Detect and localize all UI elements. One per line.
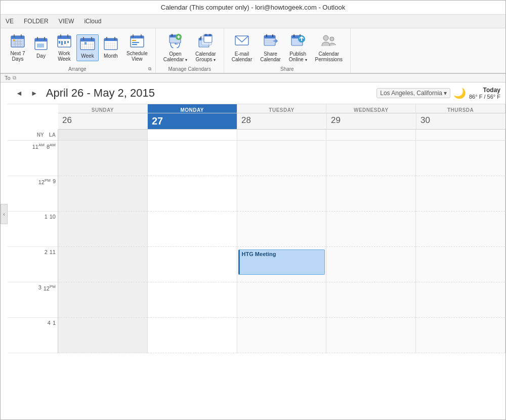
monday-hour-4[interactable] [148,282,237,318]
day-col-thursday[interactable] [416,130,505,353]
day-col-monday[interactable] [148,130,237,353]
monday-hour-3[interactable] [148,247,237,282]
thursday-hour-5[interactable] [416,318,505,353]
ny-label: NY [37,132,44,138]
tuesday-hour-1[interactable] [237,176,326,212]
day-col-sunday[interactable] [58,130,148,353]
monday-hour-1[interactable] [148,176,237,212]
open-calendar-icon [167,34,183,50]
calendar-body: SUNDAY MONDAY TUESDAY WEDNESDAY THURSDA [8,104,505,353]
time-la-11: 11 [50,249,56,255]
scheduleview-button[interactable]: ScheduleView [123,32,151,64]
calendar-permissions-button[interactable]: CalendarPermissions [312,31,346,65]
publish-online-label: PublishOnline ▾ [289,51,307,62]
manage-buttons: OpenCalendar ▾ Calend [160,30,220,65]
tuesday-hour-2[interactable] [237,212,326,247]
menu-item-view[interactable]: VIEW [54,16,79,27]
time-zone-labels: NY LA [8,130,58,141]
day-button[interactable]: Day [30,34,52,61]
sunday-number: 26 [62,115,72,125]
la-label: LA [49,132,56,138]
tuesday-hour-5[interactable] [237,318,326,353]
next-button[interactable]: ► [28,88,41,99]
time-label-400: 4 1 [8,318,58,353]
time-ny-11: 11AM [32,143,45,150]
monday-hour-5[interactable] [148,318,237,353]
menu-item-folder[interactable]: FOLDER [19,16,54,27]
ribbon-group-manage: OpenCalendar ▾ Calend [156,28,224,73]
week-button[interactable]: Week [76,34,99,61]
day-col-tuesday[interactable]: HTG Meeting [237,130,327,353]
wednesday-number: 29 [331,115,341,125]
publish-online-button[interactable]: PublishOnline ▾ [285,31,311,65]
next7days-button[interactable]: Next 7Days [7,32,29,64]
arrange-expand-icon[interactable]: ⧉ [148,66,151,72]
tuesday-number: 28 [241,115,251,125]
location-dropdown[interactable]: Los Angeles, California ▾ [376,88,450,98]
wednesday-hour-4[interactable] [326,282,415,318]
tuesday-hour-4[interactable] [237,282,326,318]
wednesday-hour-1[interactable] [326,176,415,212]
time-ny-3: 3 [38,284,41,290]
workweek-label: WorkWeek [58,51,70,62]
monday-hour-0[interactable] [148,141,237,176]
tuesday-hour-0[interactable] [237,141,326,176]
wednesday-hour-3[interactable] [326,247,415,282]
share-calendar-button[interactable]: ShareCalendar [257,31,284,65]
open-calendar-button[interactable]: OpenCalendar ▾ [160,31,191,65]
date-numbers-row: 26 27 28 29 30 [58,113,505,130]
email-calendar-button[interactable]: E-mailCalendar [228,31,256,65]
day-columns: HTG Meeting [58,130,505,353]
time-ny-1: 1 [45,214,48,220]
thursday-hour-4[interactable] [416,282,505,318]
time-ny-2: 2 [45,249,48,255]
ribbon-group-share: E-mailCalendar ShareC [224,28,351,73]
ribbon: Next 7Days Day [1,28,505,74]
wednesday-hour-5[interactable] [326,318,415,353]
sunday-hour-4[interactable] [58,282,147,318]
svg-rect-63 [132,44,137,45]
menu-item-icloud[interactable]: iCloud [79,16,106,27]
thursday-hour-3[interactable] [416,247,505,282]
monday-date-cell: 27 [148,113,237,129]
email-calendar-label: E-mailCalendar [232,51,252,62]
monday-hour-2[interactable] [148,212,237,247]
menu-item-ve[interactable]: VE [1,16,19,27]
month-button[interactable]: Month [100,34,122,61]
day-headers-row: SUNDAY MONDAY TUESDAY WEDNESDAY THURSDA [58,104,505,113]
thursday-hour-2[interactable] [416,212,505,247]
day-label: Day [36,53,46,59]
wednesday-date-cell: 29 [327,113,416,129]
ribbon-group-arrange: Next 7Days Day [3,28,156,73]
time-label-200: 2 11 [8,247,58,282]
window-title: Calendar (This computer only) - lori@how… [161,4,345,11]
publish-online-icon [290,34,306,50]
wednesday-hour-2[interactable] [326,212,415,247]
thursday-hour-0[interactable] [416,141,505,176]
day-header-wednesday: WEDNESDAY [326,104,416,113]
sunday-hour-1[interactable] [58,176,147,212]
svg-rect-10 [13,39,15,41]
sunday-hour-0[interactable] [58,141,147,176]
htg-meeting-event[interactable]: HTG Meeting [238,249,325,275]
expand-icon[interactable]: ⧉ [13,75,16,81]
workweek-button[interactable]: WorkWeek [53,32,75,64]
monday-top-spacer [148,130,237,141]
svg-point-96 [323,35,328,40]
email-calendar-icon [234,34,249,50]
thursday-hour-1[interactable] [416,176,505,212]
sunday-hour-5[interactable] [58,318,147,353]
tuesday-hour-3[interactable]: HTG Meeting [237,247,326,282]
menu-bar: VE FOLDER VIEW iCloud [1,15,505,28]
sunday-hour-2[interactable] [58,212,147,247]
scheduleview-label: ScheduleView [126,51,148,62]
sunday-hour-3[interactable] [58,247,147,282]
calendar-groups-button[interactable]: CalendarGroups ▾ [192,31,220,65]
prev-button[interactable]: ◄ [13,88,26,99]
sidebar-collapse-button[interactable]: ‹ [1,204,8,224]
thursday-date-cell: 30 [416,113,505,129]
manage-group-label: Manage Calendars [160,66,220,72]
wednesday-hour-0[interactable] [326,141,415,176]
day-col-wednesday[interactable] [326,130,416,353]
monday-label: MONDAY [150,107,235,113]
